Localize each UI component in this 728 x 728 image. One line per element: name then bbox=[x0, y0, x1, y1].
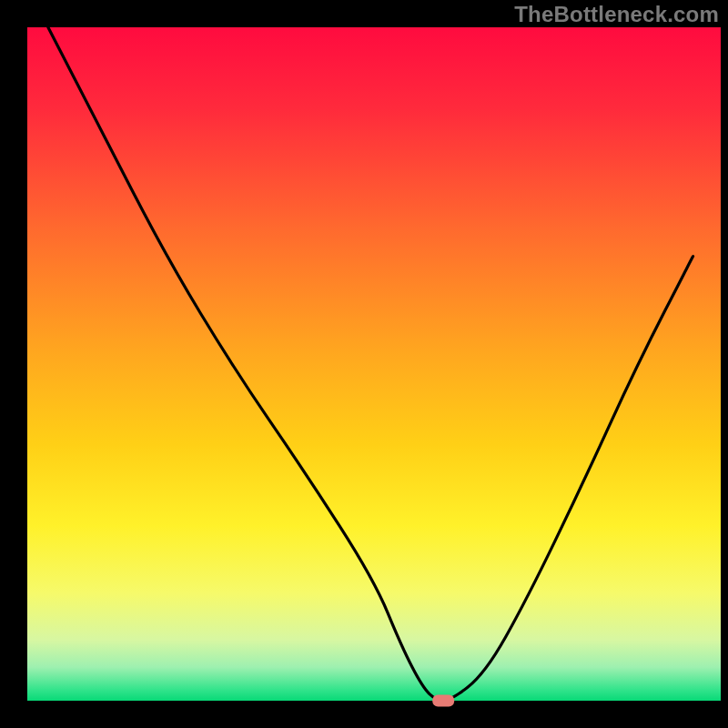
chart-frame: TheBottleneck.com bbox=[0, 0, 728, 728]
watermark-text: TheBottleneck.com bbox=[514, 2, 719, 27]
plot-background bbox=[27, 27, 721, 701]
optimal-marker bbox=[432, 695, 454, 707]
bottleneck-chart bbox=[0, 0, 728, 728]
